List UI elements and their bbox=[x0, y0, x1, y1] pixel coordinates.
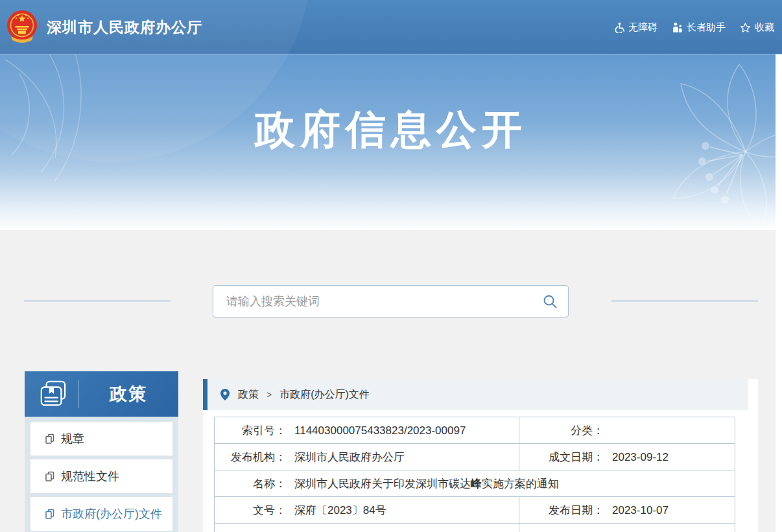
accessibility-link[interactable]: 无障碍 bbox=[613, 21, 658, 34]
table-row-index: 索引号：114403000075433823/2023-00097 分类： bbox=[215, 417, 735, 444]
elder-icon bbox=[672, 22, 683, 33]
field-value: 2023-09-12 bbox=[612, 451, 669, 463]
field-label: 索引号： bbox=[215, 417, 286, 444]
field-value: 深圳市人民政府办公厅 bbox=[294, 451, 405, 463]
field-label: 分类： bbox=[519, 417, 604, 444]
field-label: 发布日期： bbox=[519, 497, 604, 524]
document-icon bbox=[45, 509, 55, 520]
table-cell: 发布日期：2023-10-07 bbox=[519, 497, 735, 523]
search-input[interactable] bbox=[213, 286, 531, 317]
table-cell: 文号：深府〔2023〕84号 bbox=[215, 497, 519, 523]
top-header-bar: 深圳市人民政府办公厅 无障碍 长者助手 bbox=[0, 0, 782, 54]
doc-info-table: 索引号：114403000075433823/2023-00097 分类： 发布… bbox=[214, 417, 735, 532]
breadcrumb-root[interactable]: 政策 bbox=[238, 388, 259, 402]
field-value: 2023-10-07 bbox=[612, 504, 669, 516]
main-content-panel: 政策 > 市政府(办公厅)文件 索引号：114403000075433823/2… bbox=[203, 379, 758, 532]
elder-assistant-link[interactable]: 长者助手 bbox=[672, 21, 726, 34]
sidebar-header-policy[interactable]: 政策 bbox=[25, 371, 178, 417]
favorite-link[interactable]: 收藏 bbox=[740, 21, 774, 34]
location-pin-icon bbox=[220, 389, 230, 400]
table-cell: 索引号：114403000075433823/2023-00097 bbox=[215, 417, 519, 443]
sidebar-item-municipal-documents[interactable]: 市政府(办公厅)文件 bbox=[30, 497, 172, 531]
star-icon bbox=[740, 22, 751, 33]
document-icon bbox=[45, 471, 55, 482]
page-title: 政府信息公开 bbox=[0, 102, 782, 157]
table-cell bbox=[215, 524, 519, 532]
right-edge-gutter bbox=[776, 54, 782, 532]
accessibility-label: 无障碍 bbox=[628, 21, 658, 34]
field-label: 成文日期： bbox=[519, 444, 604, 470]
sidebar-menu: 规章 规范性文件 市政府(办公厅)文件 bbox=[25, 417, 178, 532]
field-label: 文号： bbox=[215, 497, 286, 524]
sidebar-item-label: 规章 bbox=[61, 431, 84, 446]
decorative-line bbox=[24, 301, 171, 301]
page-banner: 政府信息公开 bbox=[0, 54, 782, 230]
breadcrumb-current[interactable]: 市政府(办公厅)文件 bbox=[279, 388, 370, 402]
sidebar-item-label: 市政府(办公厅)文件 bbox=[61, 506, 162, 522]
field-label: 名称： bbox=[215, 470, 286, 497]
field-value: 深圳市人民政府关于印发深圳市碳达峰实施方案的通知 bbox=[294, 478, 559, 490]
table-cell bbox=[519, 524, 735, 532]
search-button[interactable] bbox=[543, 294, 558, 309]
table-row-issuer: 发布机构：深圳市人民政府办公厅 成文日期：2023-09-12 bbox=[215, 444, 735, 470]
page: 深圳市人民政府办公厅 无障碍 长者助手 bbox=[0, 0, 782, 532]
breadcrumb: 政策 > 市政府(办公厅)文件 bbox=[203, 379, 748, 410]
field-value: 114403000075433823/2023-00097 bbox=[294, 424, 466, 437]
table-cell: 分类： bbox=[519, 417, 735, 443]
breadcrumb-accent-bar bbox=[203, 379, 207, 410]
table-cell: 发布机构：深圳市人民政府办公厅 bbox=[215, 444, 519, 470]
book-icon bbox=[39, 380, 67, 408]
sidebar-item-normative-documents[interactable]: 规范性文件 bbox=[30, 459, 172, 493]
sidebar-item-regulations[interactable]: 规章 bbox=[30, 422, 172, 456]
favorite-label: 收藏 bbox=[755, 21, 774, 34]
sidebar-header-label: 政策 bbox=[78, 382, 178, 406]
topbar-utility-links: 无障碍 长者助手 收藏 bbox=[613, 0, 774, 54]
search-box bbox=[213, 285, 569, 318]
decorative-line bbox=[611, 301, 758, 301]
national-emblem-icon bbox=[6, 9, 38, 45]
elder-assistant-label: 长者助手 bbox=[687, 21, 726, 34]
table-row-partial bbox=[215, 524, 735, 532]
table-row-title: 名称：深圳市人民政府关于印发深圳市碳达峰实施方案的通知 bbox=[215, 470, 735, 497]
site-logo-link[interactable]: 深圳市人民政府办公厅 bbox=[6, 9, 227, 45]
table-row-docnumber: 文号：深府〔2023〕84号 发布日期：2023-10-07 bbox=[215, 497, 735, 524]
wheelchair-icon bbox=[613, 22, 624, 33]
sidebar-item-label: 规范性文件 bbox=[61, 468, 119, 484]
field-label: 发布机构： bbox=[215, 444, 286, 470]
table-cell: 名称：深圳市人民政府关于印发深圳市碳达峰实施方案的通知 bbox=[215, 470, 735, 496]
field-value: 深府〔2023〕84号 bbox=[294, 504, 386, 516]
search-icon bbox=[543, 294, 558, 309]
document-icon bbox=[45, 434, 55, 445]
table-cell: 成文日期：2023-09-12 bbox=[519, 444, 735, 470]
breadcrumb-separator: > bbox=[267, 389, 272, 400]
highlighted-keyword: 峰 bbox=[471, 478, 482, 490]
site-title: 深圳市人民政府办公厅 bbox=[47, 17, 202, 38]
